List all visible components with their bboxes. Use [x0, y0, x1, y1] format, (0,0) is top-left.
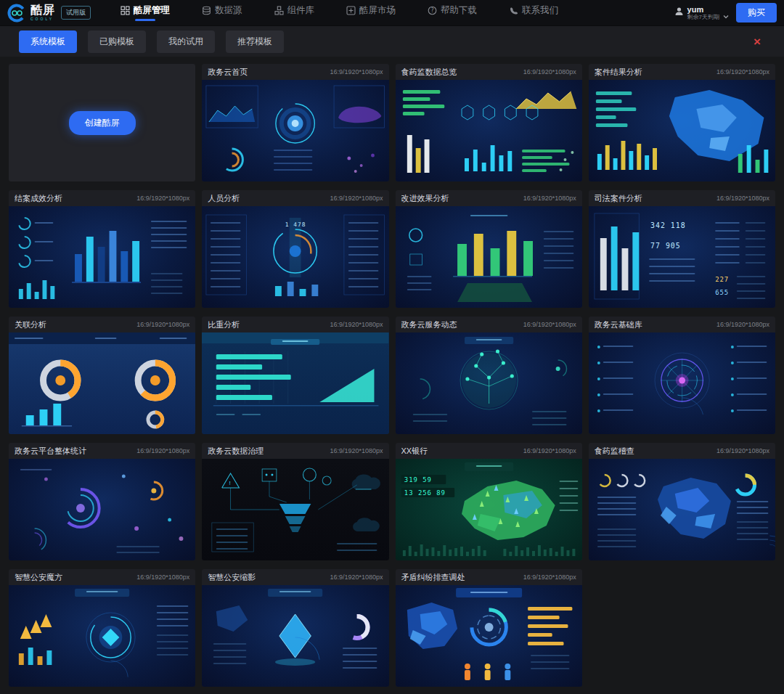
- template-thumbnail: [396, 585, 582, 687]
- cooly-logo-icon: [7, 4, 26, 23]
- components-icon: [274, 6, 284, 15]
- template-thumbnail: [202, 80, 388, 181]
- template-card-header: 政务云服务动态16:9/1920*1080px: [396, 317, 582, 332]
- template-title: 智慧公安魔方: [15, 572, 62, 583]
- template-size: 16:9/1920*1080px: [330, 195, 383, 202]
- brand-subtitle: COOLY: [30, 17, 55, 21]
- nav-item-screen-market[interactable]: 酷屏市场: [346, 4, 396, 21]
- template-card-header: 政务云首页16:9/1920*1080px: [202, 64, 388, 80]
- template-thumbnail: [396, 206, 582, 308]
- template-title: 司法案件分析: [595, 193, 642, 204]
- template-title: 人员分析: [208, 193, 240, 204]
- template-card[interactable]: 政务云数据治理16:9/1920*1080px!: [202, 443, 388, 560]
- template-size: 16:9/1920*1080px: [523, 321, 576, 328]
- template-title: 政务云基础库: [595, 319, 642, 330]
- nav-item-contact-us[interactable]: 联系我们: [509, 4, 558, 21]
- template-size: 16:9/1920*1080px: [330, 573, 383, 581]
- template-title: 政务云平台整体统计: [15, 446, 86, 457]
- template-size: 16:9/1920*1080px: [136, 447, 189, 454]
- nav-item-component-lib[interactable]: 组件库: [274, 4, 315, 21]
- tab-my-trial[interactable]: 我的试用: [157, 30, 215, 53]
- top-bar: 酷屏 COOLY 试用版 酷屏管理数据源组件库酷屏市场?帮助下载联系我们 yum…: [0, 0, 784, 26]
- tab-purchased-templates[interactable]: 已购模板: [88, 30, 146, 53]
- template-thumbnail: [396, 332, 582, 434]
- nav-item-screen-manage[interactable]: 酷屏管理: [121, 4, 170, 21]
- template-card[interactable]: 关联分析16:9/1920*1080px: [9, 317, 195, 434]
- nav-item-label: 数据源: [215, 4, 242, 17]
- template-card[interactable]: 智慧公安缩影16:9/1920*1080px: [202, 569, 388, 687]
- template-card-header: 结案成效分析16:9/1920*1080px: [9, 190, 195, 206]
- template-card[interactable]: 食药监稽查16:9/1920*1080px: [589, 443, 775, 560]
- user-menu[interactable]: yum 剩余7天到期: [674, 5, 729, 21]
- template-title: 改进效果分析: [401, 193, 449, 204]
- svg-text:1 478: 1 478: [285, 221, 306, 228]
- template-title: XX银行: [401, 446, 428, 457]
- create-screen-card[interactable]: 创建酷屏: [9, 64, 195, 181]
- template-thumbnail: [9, 332, 195, 434]
- template-card[interactable]: 智慧公安魔方16:9/1920*1080px: [9, 569, 195, 687]
- nav-active-underline: [361, 19, 381, 21]
- close-icon[interactable]: ×: [749, 34, 765, 49]
- template-title: 政务云服务动态: [401, 319, 457, 330]
- template-title: 比重分析: [208, 319, 240, 330]
- template-card-header: 比重分析16:9/1920*1080px: [202, 317, 388, 332]
- template-title: 智慧公安缩影: [208, 572, 256, 583]
- template-size: 16:9/1920*1080px: [330, 321, 383, 328]
- svg-text:227: 227: [715, 276, 729, 283]
- template-card-header: 智慧公安缩影16:9/1920*1080px: [202, 569, 388, 585]
- brand-name: 酷屏: [30, 4, 55, 16]
- template-card-header: 关联分析16:9/1920*1080px: [9, 317, 195, 332]
- buy-button[interactable]: 购买: [736, 3, 777, 23]
- template-card[interactable]: 结案成效分析16:9/1920*1080px: [9, 190, 195, 308]
- template-size: 16:9/1920*1080px: [523, 447, 576, 454]
- template-card[interactable]: 司法案件分析16:9/1920*1080px342 11877 90522765…: [589, 190, 775, 308]
- template-card[interactable]: 政务云基础库16:9/1920*1080px: [589, 317, 775, 434]
- svg-text:?: ?: [430, 7, 433, 14]
- nav-item-help-download[interactable]: ?帮助下载: [428, 4, 477, 21]
- template-card-header: 智慧公安魔方16:9/1920*1080px: [9, 569, 195, 585]
- create-screen-button[interactable]: 创建酷屏: [69, 111, 136, 135]
- template-card[interactable]: 比重分析16:9/1920*1080px: [202, 317, 388, 434]
- svg-text:77 905: 77 905: [650, 242, 681, 250]
- template-card-header: 食药监稽查16:9/1920*1080px: [589, 443, 775, 459]
- template-thumbnail: [9, 206, 195, 308]
- template-card[interactable]: 政务云首页16:9/1920*1080px: [202, 64, 388, 181]
- trial-badge: 试用版: [61, 6, 91, 20]
- template-card-header: 人员分析16:9/1920*1080px: [202, 190, 388, 206]
- template-card[interactable]: 食药监数据总览16:9/1920*1080px: [396, 64, 582, 181]
- svg-text:655: 655: [715, 289, 729, 296]
- template-size: 16:9/1920*1080px: [330, 68, 383, 75]
- template-title: 关联分析: [15, 319, 46, 330]
- template-card[interactable]: XX银行16:9/1920*1080px319 5913 256 89: [396, 443, 582, 560]
- database-icon: [202, 6, 211, 15]
- nav-active-underline: [523, 19, 544, 21]
- template-card[interactable]: 政务云服务动态16:9/1920*1080px: [396, 317, 582, 434]
- template-thumbnail: [589, 80, 775, 181]
- template-card-header: 政务云数据治理16:9/1920*1080px: [202, 443, 388, 459]
- template-card-header: 政务云基础库16:9/1920*1080px: [589, 317, 775, 332]
- template-card[interactable]: 案件结果分析16:9/1920*1080px: [589, 64, 775, 181]
- nav-item-data-source[interactable]: 数据源: [202, 4, 242, 21]
- template-size: 16:9/1920*1080px: [136, 321, 189, 328]
- template-thumbnail: 319 5913 256 89: [396, 459, 582, 560]
- template-card[interactable]: 政务云平台整体统计16:9/1920*1080px: [9, 443, 195, 560]
- help-icon: ?: [428, 6, 437, 15]
- nav-active-underline: [442, 19, 462, 21]
- template-card[interactable]: 矛盾纠纷排查调处16:9/1920*1080px: [396, 569, 582, 687]
- template-card-header: 食药监数据总览16:9/1920*1080px: [396, 64, 582, 80]
- template-size: 16:9/1920*1080px: [716, 447, 769, 454]
- nav-active-underline: [284, 19, 304, 21]
- template-size: 16:9/1920*1080px: [716, 68, 769, 75]
- template-card-header: 矛盾纠纷排查调处16:9/1920*1080px: [396, 569, 582, 585]
- user-icon: [674, 6, 684, 19]
- svg-text:13 256 89: 13 256 89: [404, 489, 445, 497]
- tab-recommended-templates[interactable]: 推荐模板: [226, 30, 284, 53]
- template-gallery: 创建酷屏 政务云首页16:9/1920*1080px食药监数据总览16:9/19…: [0, 57, 784, 694]
- template-card[interactable]: 人员分析16:9/1920*1080px1 478: [202, 190, 388, 308]
- tab-system-templates[interactable]: 系统模板: [19, 30, 77, 53]
- template-card-header: 案件结果分析16:9/1920*1080px: [589, 64, 775, 80]
- template-card[interactable]: 改进效果分析16:9/1920*1080px: [396, 190, 582, 308]
- chevron-down-icon: [723, 9, 729, 15]
- user-name: yum: [687, 5, 719, 15]
- template-thumbnail: [9, 459, 195, 560]
